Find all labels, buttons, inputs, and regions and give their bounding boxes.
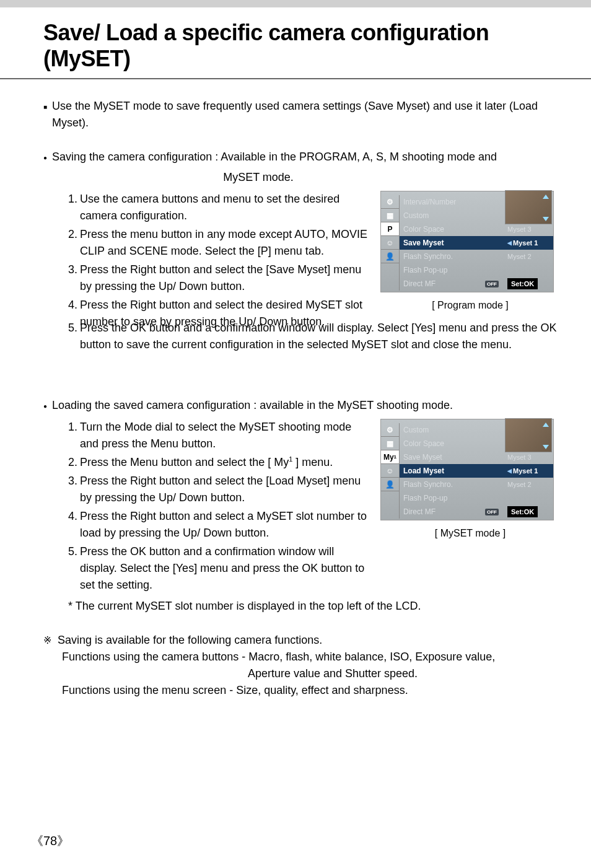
loading-heading: Loading the saved camera configuration :… (52, 397, 453, 414)
grid-icon: ▦ (387, 211, 393, 220)
page-number: 《78》 (31, 833, 69, 849)
left-arrow-icon: ◀ (507, 468, 512, 474)
menu-tab-sliders[interactable]: ⚙ (381, 195, 399, 209)
off-badge: OFF (485, 509, 499, 515)
menu-row[interactable]: Flash Pop-up (400, 263, 553, 277)
load-step-5: 5.Press the OK button and a confirmation… (68, 543, 371, 594)
menu2-caption: [ MySET mode ] (380, 528, 560, 539)
off-badge: OFF (485, 281, 499, 287)
saving-extra-line1b: Aperture value and Shutter speed. (105, 665, 560, 682)
menu-tab-my1[interactable]: My1 (381, 450, 399, 464)
load-step-1: 1.Turn the Mode dial to select the MySET… (68, 419, 371, 452)
menu-tab-p[interactable]: P (381, 222, 399, 236)
program-mode-menu: ⚙ ▦ P ☺ 👤 Interval/Number Custom Color S… (380, 191, 554, 292)
save-step-1: 1.Use the camera buttons and menu to set… (68, 191, 371, 224)
menu-row[interactable]: Flash Synchro.Myset 2 (400, 478, 553, 491)
sliders-icon: ⚙ (387, 426, 393, 434)
left-arrow-icon: ◀ (507, 240, 512, 246)
portrait-icon: ☺ (386, 467, 393, 475)
menu-tab-portrait[interactable]: ☺ (381, 236, 399, 250)
menu-tab-person[interactable]: 👤 (381, 478, 399, 491)
menu-row[interactable]: Flash Pop-up (400, 491, 553, 505)
menu-row-selected[interactable]: Load Myset◀Myset 1 (400, 464, 553, 478)
save-step-2: 2.Press the menu button in any mode exce… (68, 226, 371, 260)
loading-section: Loading the saved camera configuration :… (43, 397, 560, 414)
saving-section: Saving the camera configuration : Availa… (43, 149, 560, 165)
myset-mode-menu: ⚙ ▦ My1 ☺ 👤 Custom Color Space Save Myse… (380, 419, 554, 520)
person-icon: 👤 (385, 480, 395, 489)
menu-row[interactable]: Save MysetMyset 3 (400, 450, 553, 464)
menu-row[interactable]: Interval/Number (400, 195, 553, 209)
menu-tab-grid[interactable]: ▦ (381, 437, 399, 450)
menu-row[interactable]: Custom (400, 423, 553, 437)
grid-icon: ▦ (387, 439, 393, 448)
intro-bullet: Use the MySET mode to save frequently us… (43, 98, 560, 131)
loading-note: * The current MySET slot number is displ… (68, 598, 560, 615)
menu-tab-portrait[interactable]: ☺ (381, 464, 399, 478)
set-ok-button[interactable]: Set:OK (507, 278, 538, 289)
saving-heading: Saving the camera configuration : Availa… (52, 151, 497, 163)
saving-extra-heading: Saving is available for the following ca… (58, 632, 322, 649)
person-icon: 👤 (385, 252, 395, 261)
intro-text: Use the MySET mode to save frequently us… (52, 98, 560, 131)
load-step-3: 3.Press the Right button and select the … (68, 473, 371, 506)
load-step-2: 2.Press the Menu button and select the [… (68, 454, 371, 471)
saving-extra-line1: Functions using the camera buttons - Mac… (62, 649, 560, 665)
saving-extra-line2: Functions using the menu screen - Size, … (62, 682, 560, 699)
menu-row[interactable]: Direct MFOFFSet:OK (400, 505, 553, 519)
set-ok-button[interactable]: Set:OK (507, 506, 538, 517)
menu-tab-grid[interactable]: ▦ (381, 209, 399, 222)
menu-row[interactable]: Custom (400, 209, 553, 222)
menu1-caption: [ Program mode ] (380, 300, 560, 311)
menu-tab-person[interactable]: 👤 (381, 250, 399, 263)
save-step-3: 3.Press the Right button and select the … (68, 261, 371, 295)
saving-heading-line2: MySET mode. (0, 169, 560, 186)
menu-tab-sliders[interactable]: ⚙ (381, 423, 399, 437)
load-step-4: 4.Press the Right button and select a My… (68, 508, 371, 541)
menu-row[interactable]: Flash Synchro.Myset 2 (400, 250, 553, 263)
my1-icon: My1 (274, 456, 292, 468)
portrait-icon: ☺ (386, 239, 393, 247)
saving-extra-section: Saving is available for the following ca… (43, 632, 560, 649)
menu-row[interactable]: Color SpaceMyset 3 (400, 222, 553, 236)
page-title: Save/ Load a specific camera configurati… (43, 20, 572, 72)
menu-row[interactable]: Color Space (400, 437, 553, 450)
menu-row[interactable]: Direct MFOFFSet:OK (400, 277, 553, 291)
sliders-icon: ⚙ (387, 198, 393, 206)
menu-row-selected[interactable]: Save Myset◀Myset 1 (400, 236, 553, 250)
save-step-5: 5.Press the OK button and a confirmation… (68, 320, 560, 353)
